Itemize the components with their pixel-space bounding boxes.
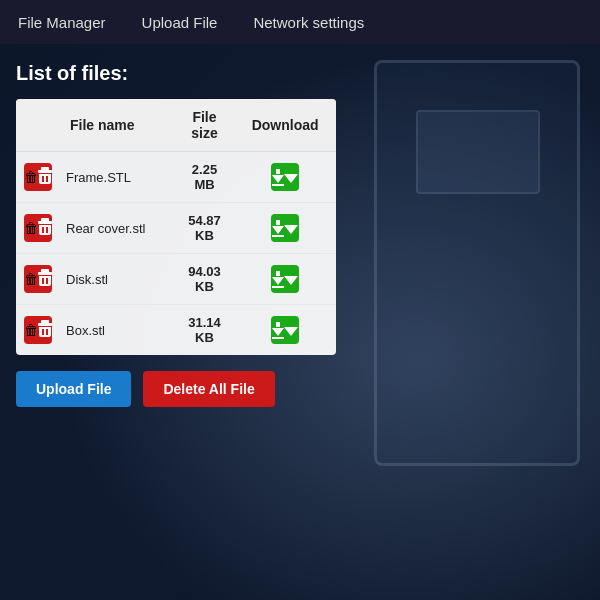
col-header-filename: File name bbox=[60, 99, 175, 152]
download-icon bbox=[272, 271, 284, 288]
file-name-cell: Frame.STL bbox=[60, 152, 175, 203]
bottom-buttons: Upload File Delete All File bbox=[16, 371, 584, 407]
download-file-button[interactable] bbox=[271, 265, 299, 293]
main-content: List of files: File name Filesize Downlo… bbox=[0, 44, 600, 425]
file-name-cell: Rear cover.stl bbox=[60, 203, 175, 254]
download-file-button[interactable] bbox=[271, 214, 299, 242]
file-name-cell: Box.stl bbox=[60, 305, 175, 356]
nav-file-manager[interactable]: File Manager bbox=[10, 10, 114, 35]
file-size-cell: 31.14KB bbox=[175, 305, 235, 356]
page-title: List of files: bbox=[16, 62, 584, 85]
files-table-container: File name Filesize Download Frame.STL2.2… bbox=[16, 99, 336, 355]
delete-row-button[interactable] bbox=[24, 163, 52, 191]
col-header-filesize: Filesize bbox=[175, 99, 235, 152]
file-size-cell: 94.03KB bbox=[175, 254, 235, 305]
delete-row-button[interactable] bbox=[24, 265, 52, 293]
download-icon bbox=[272, 220, 284, 237]
download-file-button[interactable] bbox=[271, 316, 299, 344]
table-row: Rear cover.stl54.87KB bbox=[16, 203, 336, 254]
nav-network-settings[interactable]: Network settings bbox=[245, 10, 372, 35]
col-header-download: Download bbox=[234, 99, 336, 152]
download-icon bbox=[272, 169, 284, 186]
top-nav: File Manager Upload File Network setting… bbox=[0, 0, 600, 44]
file-size-cell: 54.87KB bbox=[175, 203, 235, 254]
trash-icon bbox=[38, 272, 52, 286]
table-row: Disk.stl94.03KB bbox=[16, 254, 336, 305]
files-table: File name Filesize Download Frame.STL2.2… bbox=[16, 99, 336, 355]
download-icon bbox=[272, 322, 284, 339]
col-header-icon bbox=[16, 99, 60, 152]
table-header-row: File name Filesize Download bbox=[16, 99, 336, 152]
upload-file-button[interactable]: Upload File bbox=[16, 371, 131, 407]
file-name-cell: Disk.stl bbox=[60, 254, 175, 305]
table-row: Frame.STL2.25MB bbox=[16, 152, 336, 203]
trash-icon bbox=[38, 323, 52, 337]
delete-row-button[interactable] bbox=[24, 316, 52, 344]
nav-upload-file[interactable]: Upload File bbox=[134, 10, 226, 35]
download-file-button[interactable] bbox=[271, 163, 299, 191]
file-size-cell: 2.25MB bbox=[175, 152, 235, 203]
delete-row-button[interactable] bbox=[24, 214, 52, 242]
delete-all-button[interactable]: Delete All File bbox=[143, 371, 274, 407]
trash-icon bbox=[38, 221, 52, 235]
table-row: Box.stl31.14KB bbox=[16, 305, 336, 356]
trash-icon bbox=[38, 170, 52, 184]
